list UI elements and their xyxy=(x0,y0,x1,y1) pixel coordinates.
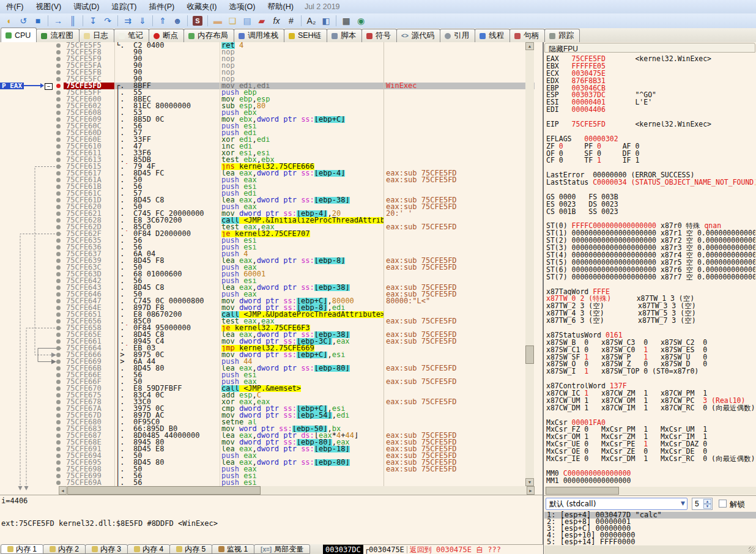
disasm-row[interactable]: 75CFE5FD┌.8BFFmov edi,ediWinExec xyxy=(0,83,535,89)
scroll-right-icon[interactable]: ► xyxy=(527,486,535,495)
restart-icon[interactable]: ↺ xyxy=(17,15,30,27)
instruction-address[interactable]: 75CFE615 xyxy=(64,163,115,170)
instruction-text[interactable]: mov dword ptr ss:[ebp-8],edi xyxy=(220,305,384,311)
address-dot[interactable] xyxy=(56,218,61,223)
register-line[interactable]: x87SW_SF 1 x87SW_P 1 x87SW_U 0 xyxy=(546,354,755,361)
instruction-text[interactable]: push esi xyxy=(220,123,384,130)
disasm-row[interactable]: 75CFE62F│.ˇ0F84 D2000000je kernel32.75CF… xyxy=(0,231,535,237)
instruction-text[interactable]: push esi xyxy=(220,244,384,251)
tab-SEH链[interactable]: SEH链 xyxy=(284,29,327,42)
address-dot[interactable] xyxy=(56,393,61,397)
register-lines[interactable]: EAX 75CFE5FD <kernel32.WinExec>EBX FFFFF… xyxy=(546,56,755,485)
disasm-row[interactable]: 75CFE62D│.85C0test eax,eaxeax:sub_75CFE5… xyxy=(0,224,535,231)
disasm-row[interactable]: 75CFE647│.C745 0C 00000800mov dword ptr … xyxy=(0,298,535,305)
tab-笔记[interactable]: 笔记 xyxy=(114,29,149,42)
register-line[interactable]: ECX 0030475E xyxy=(546,70,755,78)
instruction-address[interactable]: 75CFE628 xyxy=(64,217,115,224)
instruction-address[interactable]: 75CFE637 xyxy=(64,251,115,257)
disasm-row[interactable]: 75CFE5F5└.C2 0400ret 4 xyxy=(0,42,535,49)
disassembly-rows[interactable]: 75CFE5F5└.C2 0400ret 475CFE5F890nop75CFE… xyxy=(0,42,535,486)
instruction-text[interactable]: jmp kernel32.75CFE669 xyxy=(220,345,384,352)
calculator-icon[interactable]: ▦ xyxy=(339,15,353,27)
instruction-address[interactable]: 75CFE695 xyxy=(64,459,115,466)
instruction-text[interactable]: push eax xyxy=(220,452,384,459)
argument-rows[interactable]: 1: [esp+4] 0030477D "calc"2: [esp+8] 000… xyxy=(544,512,756,545)
tab-源代码[interactable]: <>源代码 xyxy=(396,29,440,42)
step-into-icon[interactable]: ↧ xyxy=(86,15,100,27)
address-dot[interactable] xyxy=(56,360,61,364)
instruction-address[interactable]: 75CFE698 xyxy=(64,466,115,473)
instruction-address[interactable]: 75CFE63D xyxy=(64,271,115,278)
register-line[interactable] xyxy=(546,216,755,223)
registers-horizontal-scrollbar[interactable] xyxy=(544,487,756,495)
register-line[interactable]: ES 0023 DS 0023 xyxy=(546,201,755,209)
register-line[interactable]: ESP 003037DC "^GO" xyxy=(546,92,755,99)
register-line[interactable]: ST(6) 00000000000000000000 x87r6 空 0.000… xyxy=(546,267,755,274)
instruction-address[interactable]: 75CFE602 xyxy=(64,103,115,109)
instruction-address[interactable]: 75CFE646 xyxy=(64,291,115,298)
instruction-address[interactable]: 75CFE5F8 xyxy=(64,49,115,56)
address-dot[interactable] xyxy=(56,373,61,377)
stack-panel-strip[interactable]: 003037DC ┌0030475E 返回到 0030475E 自 ??? xyxy=(323,544,543,554)
disasm-row[interactable]: 75CFE608│.53push ebx xyxy=(0,109,535,116)
register-line[interactable]: EIP 75CFE5FD <kernel32.WinExec> xyxy=(546,121,755,128)
register-line[interactable]: x87CW_UM 1 x87CW_OM 1 x87CW_PC 3 (Real10… xyxy=(546,397,755,405)
disasm-row[interactable]: 75CFE61C│.57push edi xyxy=(0,190,535,197)
instruction-address[interactable]: 75CFE68E xyxy=(64,439,115,446)
register-line[interactable]: x87SW_B 0 x87SW_C3 0 x87SW_C2 0 xyxy=(546,339,755,347)
instruction-address[interactable]: 75CFE611 xyxy=(64,150,115,157)
instruction-text[interactable]: xor esi,esi xyxy=(220,150,384,157)
address-dot[interactable] xyxy=(56,454,61,458)
tab-内存 4[interactable]: 内存 4 xyxy=(127,544,170,554)
disasm-row[interactable]: 75CFE61B│.56push esi xyxy=(0,183,535,190)
tab-内存 2[interactable]: 内存 2 xyxy=(43,544,86,554)
disasm-row[interactable]: 75CFE68E│.8945 80mov dword ptr ss:[ebp-8… xyxy=(0,439,535,446)
instruction-address[interactable]: 75CFE669 xyxy=(64,358,115,365)
disasm-row[interactable]: 75CFE61D│.8D45 C8lea eax,dword ptr ss:[e… xyxy=(0,197,535,204)
register-line[interactable]: MxCsr_FZ 0 MxCsr_PM 1 MxCsr_UM 1 xyxy=(546,426,755,434)
instruction-text[interactable]: push eax xyxy=(220,177,384,183)
instruction-text[interactable]: mov dword ptr ss:[ebp+C],80000 xyxy=(220,298,384,305)
bookmark-icon[interactable]: ▰ xyxy=(255,15,269,27)
tab-符号[interactable]: 符号 xyxy=(361,29,397,42)
tab-调用堆栈[interactable]: 调用堆栈 xyxy=(234,29,284,42)
hide-fpu-button[interactable]: 隐藏FPU xyxy=(544,43,755,53)
instruction-address[interactable]: 75CFE61C xyxy=(64,190,115,197)
instruction-address[interactable]: 75CFE617 xyxy=(64,170,115,177)
spin-up-icon[interactable]: ▲ xyxy=(703,499,711,504)
tab-局部变量[interactable]: [x=]局部变量 xyxy=(254,544,310,554)
instruction-text[interactable]: push eax xyxy=(220,264,384,271)
disasm-row[interactable]: 75CFE651│.E8 08670200call <JMP.&UpdatePr… xyxy=(0,311,535,318)
instruction-text[interactable]: lea eax,dword ptr ss:[ebp-38] xyxy=(220,284,384,291)
address-dot[interactable] xyxy=(56,77,61,81)
address-dot[interactable] xyxy=(56,319,61,323)
instruction-text[interactable]: push 60001 xyxy=(220,271,384,278)
instruction-text[interactable]: mov edi,edi xyxy=(220,83,384,89)
instruction-address[interactable]: 75CFE5FB xyxy=(64,69,115,76)
register-line[interactable]: ST(5) 00000000000000000000 x87r5 空 0.000… xyxy=(546,259,755,267)
register-line[interactable]: EDX 876F8B31 xyxy=(546,78,755,85)
instruction-text[interactable]: call <JMP.&UpdateProcThreadAttribute> xyxy=(220,311,384,318)
disasm-row[interactable]: 75CFE610│.47inc edi xyxy=(0,143,535,150)
address-dot[interactable] xyxy=(56,158,61,162)
instruction-text[interactable]: xor edi,edi xyxy=(220,136,384,143)
register-line[interactable]: EFLAGS 00000302 xyxy=(546,136,755,143)
instruction-text[interactable]: nop xyxy=(220,56,384,62)
address-dot[interactable] xyxy=(56,104,61,108)
disasm-row[interactable]: 75CFE669│>6A 44push 44 xyxy=(0,358,535,365)
disasm-row[interactable]: 75CFE621│.C745 FC 20000000mov dword ptr … xyxy=(0,210,535,217)
register-line[interactable]: x87ControlWord 137F xyxy=(546,383,755,390)
scroll-thumb[interactable] xyxy=(525,345,534,364)
disasm-row[interactable]: 75CFE658│.ˇ0F84 95000000je kernel32.75CF… xyxy=(0,325,535,331)
address-dot[interactable] xyxy=(56,178,61,182)
font-icon[interactable]: A₂ xyxy=(305,15,318,27)
globe-icon[interactable]: ◉ xyxy=(354,15,368,27)
address-dot[interactable] xyxy=(56,447,61,451)
register-line[interactable]: MxCsr_OE 0 MxCsr_ZE 0 MxCsr_DE 0 xyxy=(546,448,755,456)
instruction-text[interactable]: mov dword ptr ss:[ebp-4],20 xyxy=(220,210,384,217)
disasm-row[interactable]: 75CFE691│.8D45 E8lea eax,dword ptr ss:[e… xyxy=(0,446,535,452)
disasm-row[interactable]: 75CFE661│.8945 C4mov dword ptr ss:[ebp-3… xyxy=(0,338,535,345)
menu-item[interactable]: 视图(V) xyxy=(29,1,67,12)
instruction-text[interactable]: lea eax,dword ptr ss:[ebp-18] xyxy=(220,446,384,452)
register-line[interactable]: OF 0 SF 0 DF 0 xyxy=(546,150,755,158)
